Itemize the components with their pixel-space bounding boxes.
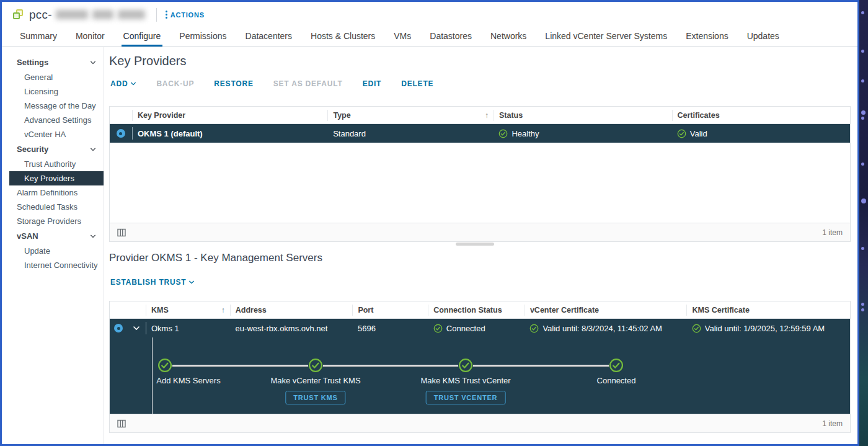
- key-providers-panel: Key Providers ADD BACK-UP RESTORE SET AS…: [104, 47, 857, 444]
- sidebar-item-vcenter-ha[interactable]: vCenter HA: [2, 127, 104, 141]
- object-title-prefix: pcc-: [29, 8, 52, 22]
- detail-separator-line: [152, 337, 153, 414]
- tab-linked-vcenter[interactable]: Linked vCenter Server Systems: [536, 27, 676, 47]
- sidebar-section-settings[interactable]: Settings: [2, 55, 104, 70]
- column-picker-icon[interactable]: [117, 228, 126, 237]
- collapse-row-icon[interactable]: [133, 324, 140, 332]
- tab-summary[interactable]: Summary: [11, 27, 66, 47]
- tab-extensions[interactable]: Extensions: [676, 27, 737, 47]
- key-provider-row-okms1[interactable]: OKMS 1 (default) Standard Healthy Valid: [110, 124, 850, 143]
- sidebar-item-update[interactable]: Update: [2, 244, 104, 258]
- step-check-icon: [609, 358, 624, 373]
- col-vcenter-certificate[interactable]: vCenter Certificate: [525, 305, 687, 316]
- step-label-kms-trust-vcenter: Make KMS Trust vCenter: [420, 376, 510, 385]
- restore-button[interactable]: RESTORE: [214, 79, 253, 88]
- step-check-icon: [458, 358, 473, 373]
- tab-networks[interactable]: Networks: [481, 27, 536, 47]
- sidebar-item-storage-providers[interactable]: Storage Providers: [2, 214, 104, 228]
- vsphere-window: pcc- ACTIONS Summary Monitor Configure P…: [0, 0, 859, 446]
- kms-vcenter-certificate: Valid until: 8/3/2024, 11:45:02 AM: [525, 319, 686, 337]
- sidebar-item-licensing[interactable]: Licensing: [2, 84, 104, 99]
- sidebar-item-internet-connectivity[interactable]: Internet Connectivity: [2, 258, 104, 272]
- row-radio-selected[interactable]: [114, 324, 123, 332]
- col-connection-status[interactable]: Connection Status: [428, 305, 525, 316]
- kms-connection-status: Connected: [428, 319, 525, 337]
- key-provider-name: OKMS 1 (default): [133, 124, 328, 143]
- sidebar-section-settings-label: Settings: [17, 58, 48, 67]
- actions-label: ACTIONS: [170, 11, 205, 19]
- key-provider-status: Healthy: [494, 124, 671, 143]
- sidebar-item-advanced-settings[interactable]: Advanced Settings: [2, 113, 104, 127]
- screen: pcc- ACTIONS Summary Monitor Configure P…: [0, 0, 868, 446]
- col-kms[interactable]: KMS↑: [146, 305, 230, 316]
- delete-button[interactable]: DELETE: [401, 79, 433, 88]
- object-title: pcc-: [29, 8, 145, 22]
- kms-address: eu-west-rbx.okms.ovh.net: [231, 319, 353, 337]
- success-check-icon: [677, 129, 686, 138]
- step-label-connected: Connected: [597, 376, 636, 385]
- tab-permissions[interactable]: Permissions: [170, 27, 236, 47]
- tab-monitor[interactable]: Monitor: [66, 27, 114, 47]
- tab-hosts-clusters[interactable]: Hosts & Clusters: [301, 27, 384, 47]
- chevron-down-icon: [188, 279, 195, 285]
- step-label-add-kms: Add KMS Servers: [156, 376, 220, 385]
- col-status[interactable]: Status: [494, 110, 672, 121]
- actions-button[interactable]: ACTIONS: [166, 11, 205, 19]
- key-providers-table: Key Provider Type↑ Status Certificates O…: [109, 106, 851, 242]
- table-empty-area: [110, 143, 850, 223]
- panel-resize-handle[interactable]: [456, 243, 494, 246]
- sidebar-item-scheduled-tasks[interactable]: Scheduled Tasks: [2, 200, 104, 214]
- sort-ascending-icon: ↑: [485, 110, 489, 121]
- sidebar-item-key-providers[interactable]: Key Providers: [9, 171, 104, 185]
- row-radio-selected[interactable]: [117, 129, 125, 138]
- kms-section-title: Provider OKMS 1 - Key Management Servers: [109, 252, 322, 264]
- col-key-provider[interactable]: Key Provider: [132, 110, 327, 121]
- col-kms-certificate[interactable]: KMS Certificate: [686, 305, 850, 316]
- sidebar-section-vsan[interactable]: vSAN: [2, 228, 104, 244]
- kms-kms-certificate: Valid until: 1/9/2025, 12:59:59 AM: [687, 319, 850, 337]
- step-check-icon: [157, 358, 172, 373]
- kms-port: 5696: [353, 319, 428, 337]
- sort-ascending-icon: ↑: [221, 305, 225, 316]
- col-port[interactable]: Port: [352, 305, 428, 316]
- kms-trust-workflow: Add KMS Servers Make vCenter Trust KMS M…: [110, 337, 850, 414]
- column-picker-icon[interactable]: [117, 419, 126, 428]
- tab-updates[interactable]: Updates: [738, 27, 789, 47]
- sidebar-section-security-label: Security: [17, 145, 48, 154]
- success-check-icon: [433, 324, 443, 333]
- trust-vcenter-button[interactable]: TRUST VCENTER: [426, 391, 506, 404]
- key-provider-certificates: Valid: [672, 124, 850, 143]
- col-certificates[interactable]: Certificates: [672, 110, 851, 121]
- tab-datastores[interactable]: Datastores: [420, 27, 481, 47]
- chevron-down-icon: [90, 146, 96, 153]
- edit-button[interactable]: EDIT: [363, 79, 382, 88]
- establish-trust-button[interactable]: ESTABLISH TRUST: [110, 278, 195, 287]
- sidebar-item-alarm-definitions[interactable]: Alarm Definitions: [2, 185, 104, 200]
- tab-configure[interactable]: Configure: [114, 27, 170, 47]
- backup-button[interactable]: BACK-UP: [156, 79, 194, 88]
- sidebar-item-general[interactable]: General: [2, 70, 104, 84]
- trust-kms-button[interactable]: TRUST KMS: [285, 391, 345, 404]
- sidebar-item-trust-authority[interactable]: Trust Authority: [2, 157, 104, 171]
- kms-row-okms1[interactable]: Okms 1 eu-west-rbx.okms.ovh.net 5696 Con…: [110, 319, 850, 337]
- key-providers-table-footer: 1 item: [110, 223, 850, 241]
- col-address[interactable]: Address: [230, 305, 353, 316]
- key-provider-type: Standard: [328, 124, 494, 143]
- kms-table-footer: 1 item: [110, 414, 850, 432]
- kms-name: Okms 1: [146, 319, 231, 337]
- sidebar-section-security[interactable]: Security: [2, 141, 104, 157]
- vertical-dots-icon: [166, 11, 167, 19]
- page-title: Key Providers: [109, 54, 187, 68]
- add-button[interactable]: ADD: [110, 79, 136, 88]
- step-check-icon: [308, 358, 323, 373]
- success-check-icon: [498, 129, 508, 138]
- chevron-down-icon: [90, 60, 96, 66]
- tab-datacenters[interactable]: Datacenters: [236, 27, 301, 47]
- chevron-down-icon: [130, 81, 136, 87]
- tab-vms[interactable]: VMs: [384, 27, 420, 47]
- col-type[interactable]: Type↑: [327, 110, 494, 121]
- stepper-line: [165, 365, 616, 367]
- set-as-default-button[interactable]: SET AS DEFAULT: [273, 79, 343, 88]
- sidebar-item-message-of-the-day[interactable]: Message of the Day: [2, 99, 104, 113]
- chevron-down-icon: [90, 233, 96, 239]
